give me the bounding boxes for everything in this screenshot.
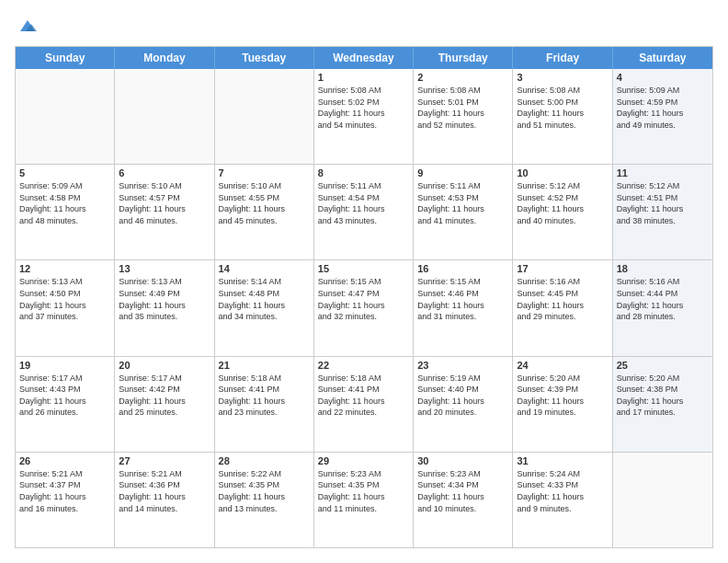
calendar-cell: 7Sunrise: 5:10 AM Sunset: 4:55 PM Daylig… (215, 165, 314, 259)
calendar-body: 1Sunrise: 5:08 AM Sunset: 5:02 PM Daylig… (16, 69, 712, 547)
page: SundayMondayTuesdayWednesdayThursdayFrid… (0, 0, 728, 563)
calendar-cell: 12Sunrise: 5:13 AM Sunset: 4:50 PM Dayli… (16, 260, 115, 355)
day-info: Sunrise: 5:13 AM Sunset: 4:49 PM Dayligh… (119, 276, 210, 322)
calendar-cell: 14Sunrise: 5:14 AM Sunset: 4:48 PM Dayli… (215, 260, 314, 355)
calendar-cell: 6Sunrise: 5:10 AM Sunset: 4:57 PM Daylig… (115, 165, 214, 259)
day-number: 20 (119, 360, 210, 371)
day-info: Sunrise: 5:17 AM Sunset: 4:42 PM Dayligh… (119, 373, 210, 419)
day-info: Sunrise: 5:23 AM Sunset: 4:34 PM Dayligh… (417, 468, 508, 514)
logo-icon (17, 15, 39, 37)
day-info: Sunrise: 5:11 AM Sunset: 4:53 PM Dayligh… (417, 180, 508, 226)
calendar-cell: 26Sunrise: 5:21 AM Sunset: 4:37 PM Dayli… (16, 453, 115, 547)
day-number: 10 (517, 167, 608, 178)
day-info: Sunrise: 5:18 AM Sunset: 4:41 PM Dayligh… (219, 373, 310, 419)
header-day-monday: Monday (115, 47, 214, 69)
logo (15, 15, 39, 37)
calendar-cell: 28Sunrise: 5:22 AM Sunset: 4:35 PM Dayli… (215, 453, 314, 547)
day-number: 24 (517, 360, 608, 371)
day-number: 11 (617, 167, 709, 178)
day-info: Sunrise: 5:12 AM Sunset: 4:51 PM Dayligh… (617, 180, 709, 226)
day-info: Sunrise: 5:16 AM Sunset: 4:45 PM Dayligh… (517, 276, 608, 322)
calendar-header: SundayMondayTuesdayWednesdayThursdayFrid… (16, 47, 712, 69)
calendar-cell: 18Sunrise: 5:16 AM Sunset: 4:44 PM Dayli… (613, 260, 712, 355)
day-number: 27 (119, 455, 210, 466)
day-info: Sunrise: 5:15 AM Sunset: 4:47 PM Dayligh… (318, 276, 409, 322)
day-number: 28 (219, 455, 310, 466)
calendar-cell: 22Sunrise: 5:18 AM Sunset: 4:41 PM Dayli… (314, 357, 414, 452)
day-number: 29 (318, 455, 409, 466)
day-info: Sunrise: 5:09 AM Sunset: 4:58 PM Dayligh… (19, 180, 110, 226)
day-number: 14 (219, 263, 310, 274)
day-info: Sunrise: 5:21 AM Sunset: 4:37 PM Dayligh… (19, 468, 110, 514)
calendar-row-3: 19Sunrise: 5:17 AM Sunset: 4:43 PM Dayli… (16, 356, 712, 452)
calendar-row-2: 12Sunrise: 5:13 AM Sunset: 4:50 PM Dayli… (16, 259, 712, 355)
day-number: 1 (318, 72, 409, 83)
header-day-saturday: Saturday (613, 47, 712, 69)
day-number: 16 (417, 263, 508, 274)
day-number: 31 (517, 455, 608, 466)
day-info: Sunrise: 5:20 AM Sunset: 4:38 PM Dayligh… (617, 373, 709, 419)
day-number: 18 (617, 263, 709, 274)
calendar-cell: 24Sunrise: 5:20 AM Sunset: 4:39 PM Dayli… (513, 357, 612, 452)
calendar-cell: 5Sunrise: 5:09 AM Sunset: 4:58 PM Daylig… (16, 165, 115, 259)
day-number: 6 (119, 167, 210, 178)
day-info: Sunrise: 5:17 AM Sunset: 4:43 PM Dayligh… (19, 373, 110, 419)
day-info: Sunrise: 5:14 AM Sunset: 4:48 PM Dayligh… (219, 276, 310, 322)
calendar-cell: 25Sunrise: 5:20 AM Sunset: 4:38 PM Dayli… (613, 357, 712, 452)
day-info: Sunrise: 5:08 AM Sunset: 5:00 PM Dayligh… (517, 85, 608, 131)
day-info: Sunrise: 5:18 AM Sunset: 4:41 PM Dayligh… (318, 373, 409, 419)
day-number: 4 (617, 72, 709, 83)
day-number: 9 (417, 167, 508, 178)
calendar-cell (16, 69, 115, 164)
day-number: 26 (19, 455, 110, 466)
calendar-cell: 13Sunrise: 5:13 AM Sunset: 4:49 PM Dayli… (115, 260, 214, 355)
day-info: Sunrise: 5:11 AM Sunset: 4:54 PM Dayligh… (318, 180, 409, 226)
calendar-row-1: 5Sunrise: 5:09 AM Sunset: 4:58 PM Daylig… (16, 164, 712, 259)
calendar-cell: 30Sunrise: 5:23 AM Sunset: 4:34 PM Dayli… (414, 453, 513, 547)
calendar-cell: 4Sunrise: 5:09 AM Sunset: 4:59 PM Daylig… (613, 69, 712, 164)
header (15, 15, 713, 37)
day-number: 8 (318, 167, 409, 178)
calendar-cell: 21Sunrise: 5:18 AM Sunset: 4:41 PM Dayli… (215, 357, 314, 452)
header-day-tuesday: Tuesday (215, 47, 314, 69)
day-number: 2 (417, 72, 508, 83)
day-info: Sunrise: 5:21 AM Sunset: 4:36 PM Dayligh… (119, 468, 210, 514)
calendar-cell (115, 69, 214, 164)
day-info: Sunrise: 5:08 AM Sunset: 5:01 PM Dayligh… (417, 85, 508, 131)
day-info: Sunrise: 5:09 AM Sunset: 4:59 PM Dayligh… (617, 85, 709, 131)
day-info: Sunrise: 5:24 AM Sunset: 4:33 PM Dayligh… (517, 468, 608, 514)
day-info: Sunrise: 5:15 AM Sunset: 4:46 PM Dayligh… (417, 276, 508, 322)
calendar: SundayMondayTuesdayWednesdayThursdayFrid… (15, 46, 713, 548)
day-info: Sunrise: 5:10 AM Sunset: 4:55 PM Dayligh… (219, 180, 310, 226)
day-info: Sunrise: 5:20 AM Sunset: 4:39 PM Dayligh… (517, 373, 608, 419)
day-info: Sunrise: 5:12 AM Sunset: 4:52 PM Dayligh… (517, 180, 608, 226)
day-number: 19 (19, 360, 110, 371)
calendar-cell: 23Sunrise: 5:19 AM Sunset: 4:40 PM Dayli… (414, 357, 513, 452)
calendar-cell (613, 453, 712, 547)
day-number: 17 (517, 263, 608, 274)
calendar-cell: 8Sunrise: 5:11 AM Sunset: 4:54 PM Daylig… (314, 165, 414, 259)
day-number: 22 (318, 360, 409, 371)
day-info: Sunrise: 5:16 AM Sunset: 4:44 PM Dayligh… (617, 276, 709, 322)
calendar-cell: 9Sunrise: 5:11 AM Sunset: 4:53 PM Daylig… (414, 165, 513, 259)
header-day-sunday: Sunday (16, 47, 115, 69)
calendar-cell (215, 69, 314, 164)
calendar-cell: 2Sunrise: 5:08 AM Sunset: 5:01 PM Daylig… (414, 69, 513, 164)
calendar-row-0: 1Sunrise: 5:08 AM Sunset: 5:02 PM Daylig… (16, 69, 712, 164)
day-number: 21 (219, 360, 310, 371)
day-number: 15 (318, 263, 409, 274)
calendar-cell: 19Sunrise: 5:17 AM Sunset: 4:43 PM Dayli… (16, 357, 115, 452)
day-info: Sunrise: 5:23 AM Sunset: 4:35 PM Dayligh… (318, 468, 409, 514)
calendar-cell: 15Sunrise: 5:15 AM Sunset: 4:47 PM Dayli… (314, 260, 414, 355)
day-number: 13 (119, 263, 210, 274)
day-number: 25 (617, 360, 709, 371)
day-number: 3 (517, 72, 608, 83)
calendar-cell: 17Sunrise: 5:16 AM Sunset: 4:45 PM Dayli… (513, 260, 612, 355)
day-number: 5 (19, 167, 110, 178)
calendar-cell: 16Sunrise: 5:15 AM Sunset: 4:46 PM Dayli… (414, 260, 513, 355)
calendar-cell: 10Sunrise: 5:12 AM Sunset: 4:52 PM Dayli… (513, 165, 612, 259)
day-number: 23 (417, 360, 508, 371)
calendar-cell: 27Sunrise: 5:21 AM Sunset: 4:36 PM Dayli… (115, 453, 214, 547)
day-info: Sunrise: 5:10 AM Sunset: 4:57 PM Dayligh… (119, 180, 210, 226)
header-day-friday: Friday (513, 47, 612, 69)
